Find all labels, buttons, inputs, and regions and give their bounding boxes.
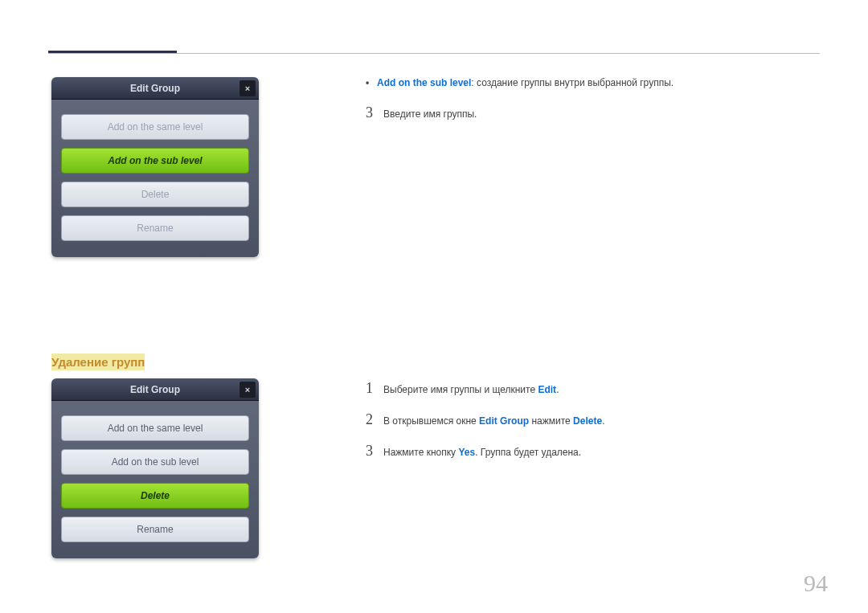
text: .	[602, 415, 604, 427]
step-body: В открывшемся окне Edit Group нажмите De…	[383, 415, 604, 427]
close-icon[interactable]: ×	[240, 80, 256, 96]
keyword-delete: Delete	[573, 415, 602, 427]
dialog-title: Edit Group	[130, 384, 180, 395]
keyword-edit-group: Edit Group	[479, 415, 529, 427]
delete-groups-section: Удаление групп Edit Group × Add on the s…	[51, 353, 268, 558]
dialog-titlebar: Edit Group ×	[51, 378, 259, 401]
bullet-item: • Add on the sub level: создание группы …	[366, 77, 820, 88]
bullet-keyword: Add on the sub level	[377, 77, 471, 88]
dialog-title: Edit Group	[130, 83, 180, 94]
text: Выберите имя группы и щелкните	[383, 384, 538, 395]
dialog-body: Add on the same level Add on the sub lev…	[51, 401, 259, 558]
text: .	[556, 384, 559, 395]
rename-button[interactable]: Rename	[61, 215, 249, 241]
close-icon[interactable]: ×	[240, 382, 256, 398]
text: нажмите	[529, 415, 573, 427]
step-body: Выберите имя группы и щелкните Edit.	[383, 384, 559, 395]
right-column: • Add on the sub level: создание группы …	[366, 77, 820, 474]
text: В открывшемся окне	[383, 415, 479, 427]
delete-step-3: 3 Нажмите кнопку Yes. Группа будет удале…	[366, 443, 820, 460]
delete-step-2: 2 В открывшемся окне Edit Group нажмите …	[366, 411, 820, 428]
dialog-body: Add on the same level Add on the sub lev…	[51, 100, 259, 257]
text: . Группа будет удалена.	[475, 447, 581, 458]
step-body: Нажмите кнопку Yes. Группа будет удалена…	[383, 447, 581, 458]
step-number: 2	[366, 411, 383, 428]
bullet-dot: •	[366, 77, 377, 88]
step-number: 1	[366, 380, 383, 397]
left-column: Edit Group × Add on the same level Add o…	[51, 77, 268, 613]
section-title: Удаление групп	[51, 353, 145, 370]
bullet-body: : создание группы внутри выбранной групп…	[471, 77, 674, 88]
delete-step-1: 1 Выберите имя группы и щелкните Edit.	[366, 380, 820, 397]
step-3: 3 Введите имя группы.	[366, 104, 820, 121]
add-same-level-button[interactable]: Add on the same level	[61, 415, 249, 441]
keyword-yes: Yes	[458, 447, 475, 458]
add-sub-level-button[interactable]: Add on the sub level	[61, 449, 249, 475]
keyword-edit: Edit	[538, 384, 556, 395]
bullet-text: Add on the sub level: создание группы вн…	[377, 77, 674, 88]
edit-group-dialog-1: Edit Group × Add on the same level Add o…	[51, 77, 259, 257]
delete-steps: 1 Выберите имя группы и щелкните Edit. 2…	[366, 380, 820, 460]
dialog-titlebar: Edit Group ×	[51, 77, 259, 100]
add-same-level-button[interactable]: Add on the same level	[61, 114, 249, 140]
delete-button[interactable]: Delete	[61, 483, 249, 509]
step-number: 3	[366, 104, 383, 121]
edit-group-dialog-2: Edit Group × Add on the same level Add o…	[51, 378, 259, 558]
text: Нажмите кнопку	[383, 447, 458, 458]
step-number: 3	[366, 443, 383, 460]
header-rule	[48, 53, 820, 54]
delete-button[interactable]: Delete	[61, 182, 249, 207]
rename-button[interactable]: Rename	[61, 517, 249, 542]
step-body: Введите имя группы.	[383, 108, 477, 120]
page-number: 94	[804, 570, 828, 597]
add-sub-level-button[interactable]: Add on the sub level	[61, 148, 249, 174]
